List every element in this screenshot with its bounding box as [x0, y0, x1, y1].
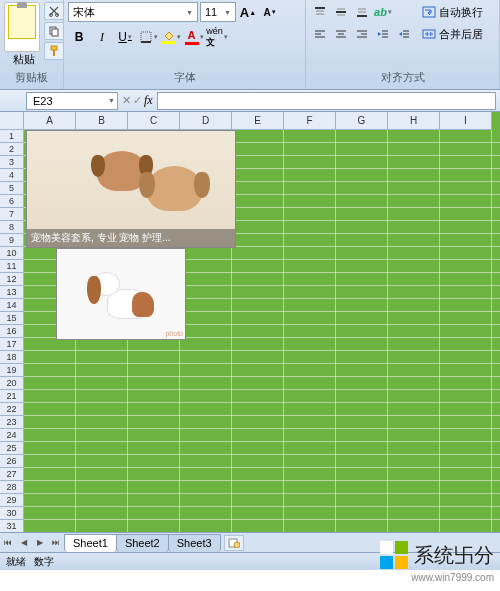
logo-icon — [380, 541, 408, 569]
align-middle-button[interactable] — [331, 2, 351, 22]
sheet-tab[interactable]: Sheet3 — [168, 534, 221, 552]
row-header[interactable]: 14 — [0, 299, 24, 312]
row-header[interactable]: 22 — [0, 403, 24, 416]
row-header[interactable]: 7 — [0, 208, 24, 221]
align-center-button[interactable] — [331, 24, 351, 44]
column-header[interactable]: D — [180, 112, 232, 130]
increase-font-button[interactable]: A▲ — [238, 2, 258, 22]
embedded-image-1[interactable]: 宠物美容套系, 专业 宠物 护理... — [26, 130, 236, 248]
group-label-clipboard: 剪贴板 — [4, 68, 59, 87]
watermark-url: www.win7999.com — [411, 572, 494, 583]
embedded-image-2[interactable]: photo — [56, 248, 186, 340]
row-header[interactable]: 2 — [0, 143, 24, 156]
row-header[interactable]: 31 — [0, 520, 24, 532]
column-header[interactable]: G — [336, 112, 388, 130]
row-header[interactable]: 28 — [0, 481, 24, 494]
row-header[interactable]: 17 — [0, 338, 24, 351]
column-header[interactable]: A — [24, 112, 76, 130]
row-header[interactable]: 16 — [0, 325, 24, 338]
name-box[interactable]: E23 ▼ — [26, 92, 118, 110]
row-header[interactable]: 12 — [0, 273, 24, 286]
bold-button[interactable]: B — [68, 26, 90, 48]
row-header[interactable]: 5 — [0, 182, 24, 195]
font-name-value: 宋体 — [73, 5, 95, 20]
row-header[interactable]: 20 — [0, 377, 24, 390]
merge-center-button[interactable]: 合并后居 — [420, 24, 485, 44]
decrease-font-button[interactable]: A▼ — [260, 2, 280, 22]
sheet-nav-button[interactable]: ⏭ — [48, 535, 64, 551]
cells-area[interactable]: 宠物美容套系, 专业 宠物 护理... photo — [24, 130, 500, 532]
increase-indent-button[interactable] — [394, 24, 414, 44]
row-header[interactable]: 6 — [0, 195, 24, 208]
column-header[interactable]: H — [388, 112, 440, 130]
phonetic-button[interactable]: wén文▾ — [206, 26, 228, 48]
row-header[interactable]: 3 — [0, 156, 24, 169]
formula-bar: E23 ▼ ✕ ✓ fx — [0, 90, 500, 112]
wrap-label: 自动换行 — [439, 5, 483, 20]
align-bottom-button[interactable] — [352, 2, 372, 22]
fx-icon[interactable]: fx — [144, 93, 153, 108]
fill-color-button[interactable]: ▾ — [160, 26, 182, 48]
sheet-nav-button[interactable]: ▶ — [32, 535, 48, 551]
formula-input[interactable] — [157, 92, 496, 110]
row-header[interactable]: 10 — [0, 247, 24, 260]
font-size-combo[interactable]: 11 ▼ — [200, 2, 236, 22]
wrap-text-button[interactable]: 自动换行 — [420, 2, 485, 22]
row-header[interactable]: 26 — [0, 455, 24, 468]
sheet-nav-button[interactable]: ⏮ — [0, 535, 16, 551]
row-header[interactable]: 19 — [0, 364, 24, 377]
italic-button[interactable]: I — [91, 26, 113, 48]
format-painter-button[interactable] — [44, 42, 64, 60]
status-mode: 数字 — [34, 555, 54, 569]
border-button[interactable]: ▾ — [137, 26, 159, 48]
font-name-combo[interactable]: 宋体 ▼ — [68, 2, 198, 22]
font-color-button[interactable]: A▾ — [183, 26, 205, 48]
row-header[interactable]: 11 — [0, 260, 24, 273]
column-header[interactable]: F — [284, 112, 336, 130]
paste-button[interactable]: 粘贴 — [4, 2, 44, 67]
cell-reference: E23 — [33, 95, 53, 107]
cancel-formula-button[interactable]: ✕ — [122, 94, 131, 107]
column-header[interactable]: B — [76, 112, 128, 130]
row-header[interactable]: 18 — [0, 351, 24, 364]
row-header[interactable]: 25 — [0, 442, 24, 455]
sheet-tab[interactable]: Sheet1 — [64, 534, 117, 552]
column-header[interactable]: E — [232, 112, 284, 130]
row-header[interactable]: 13 — [0, 286, 24, 299]
row-header[interactable]: 1 — [0, 130, 24, 143]
chevron-down-icon: ▼ — [224, 9, 231, 16]
underline-button[interactable]: U▾ — [114, 26, 136, 48]
row-header[interactable]: 8 — [0, 221, 24, 234]
decrease-indent-button[interactable] — [373, 24, 393, 44]
align-left-button[interactable] — [310, 24, 330, 44]
align-top-button[interactable] — [310, 2, 330, 22]
row-header[interactable]: 15 — [0, 312, 24, 325]
column-header[interactable]: I — [440, 112, 492, 130]
svg-point-1 — [56, 14, 59, 17]
worksheet-grid[interactable]: ABCDEFGHI 123456789101112131415161718192… — [0, 112, 500, 532]
sheet-nav-button[interactable]: ◀ — [16, 535, 32, 551]
svg-rect-4 — [51, 46, 57, 50]
orientation-button[interactable]: ab▾ — [373, 2, 393, 22]
cut-button[interactable] — [44, 2, 64, 20]
row-header[interactable]: 21 — [0, 390, 24, 403]
select-all-corner[interactable] — [0, 112, 24, 130]
group-font: 宋体 ▼ 11 ▼ A▲ A▼ B I U▾ ▾ ▾ A▾ wén文▾ 字体 — [64, 0, 306, 89]
site-watermark: 系统卐分 — [380, 541, 494, 569]
row-header[interactable]: 27 — [0, 468, 24, 481]
row-header[interactable]: 9 — [0, 234, 24, 247]
row-header[interactable]: 24 — [0, 429, 24, 442]
row-header[interactable]: 4 — [0, 169, 24, 182]
image-watermark: photo — [165, 330, 183, 337]
row-header[interactable]: 30 — [0, 507, 24, 520]
svg-rect-5 — [53, 50, 55, 56]
row-header[interactable]: 23 — [0, 416, 24, 429]
enter-formula-button[interactable]: ✓ — [133, 94, 142, 107]
align-right-button[interactable] — [352, 24, 372, 44]
new-sheet-button[interactable] — [224, 535, 244, 551]
sheet-tab[interactable]: Sheet2 — [116, 534, 169, 552]
column-header[interactable]: C — [128, 112, 180, 130]
group-align: ab▾ 自动换行 合并后居 — [306, 0, 500, 89]
copy-button[interactable] — [44, 22, 64, 40]
row-header[interactable]: 29 — [0, 494, 24, 507]
